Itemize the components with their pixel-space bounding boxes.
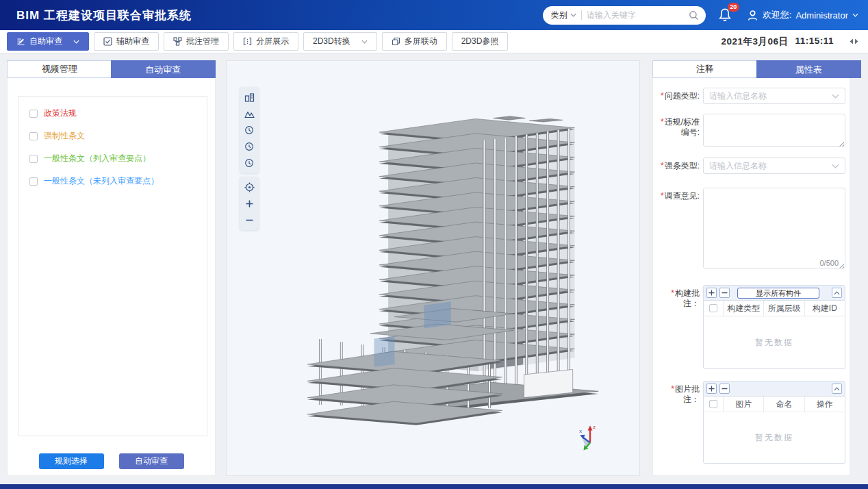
axis-gizmo[interactable]: z x [578, 423, 602, 451]
model-viewer[interactable]: z x [226, 60, 640, 476]
chevron-down-icon [852, 13, 858, 17]
history-clock-icon[interactable] [241, 122, 257, 138]
rule-actions: 规则选择 自动审查 [8, 453, 215, 469]
toolbar-button-multi-screen-link[interactable]: 多屏联动 [382, 32, 447, 51]
terrain-view-icon[interactable] [241, 105, 257, 122]
rule-item-policy[interactable]: 政策法规 [29, 108, 207, 119]
select-all-checkbox[interactable] [709, 304, 717, 312]
chevron-down-icon [832, 94, 839, 99]
viewer-zoom-group [240, 177, 259, 230]
show-all-components-button[interactable]: 显示所有构件 [737, 288, 819, 299]
required-mark: * [661, 117, 664, 127]
datetime-display: 2021年3月06日 11:15:11 [721, 36, 834, 48]
locate-target-icon[interactable] [241, 179, 257, 195]
required-mark: * [671, 288, 674, 298]
rule-panel: 视频管理 自动审查 政策法规 强制性条文 一般性条文（列入审查要点） 一般性条文… [7, 60, 216, 476]
collapse-section-button[interactable] [832, 384, 842, 394]
remove-component-button[interactable] [719, 288, 730, 298]
mandatory-type-label: 强条类型: [665, 161, 700, 171]
tab-video-manage[interactable]: 视频管理 [8, 61, 112, 77]
search-input[interactable] [587, 10, 689, 20]
column-header: 所属层级 [763, 301, 804, 316]
panel-toggle-icon[interactable] [850, 38, 858, 45]
multi-screen-icon [392, 37, 400, 46]
zoom-in-icon[interactable] [241, 195, 257, 212]
required-mark: * [661, 191, 664, 201]
rule-list: 政策法规 强制性条文 一般性条文（列入审查要点） 一般性条文（未列入审查要点） [18, 96, 207, 436]
toolbar-button-label: 2D3D参照 [461, 36, 499, 47]
rule-item-general-listed[interactable]: 一般性条文（列入审查要点） [29, 153, 207, 164]
tab-annotation[interactable]: 注释 [653, 61, 757, 77]
mandatory-type-select[interactable]: 请输入信息名称 [703, 158, 845, 174]
user-icon [747, 10, 758, 21]
global-search-box[interactable]: 类别 [543, 6, 706, 25]
add-component-button[interactable] [706, 288, 717, 298]
bim-building-model[interactable] [298, 109, 600, 438]
toolbar-button-label: 分屏展示 [256, 36, 289, 47]
survey-opinion-input[interactable] [703, 188, 845, 268]
time-text: 11:15:11 [795, 36, 834, 48]
toolbar-button-label: 辅助审查 [116, 36, 149, 47]
issue-type-label: 问题类型: [665, 91, 700, 101]
checkbox-check-icon [103, 37, 112, 46]
column-header: 构建ID [804, 301, 845, 316]
toolbar-button-2d3d-convert[interactable]: 2D3D转换 [303, 32, 377, 51]
user-greeting: 欢迎您: [763, 9, 792, 21]
image-annotation-section: *图片批注： 图片 命名 操作 暂无数据 [657, 381, 845, 464]
rule-item-general-unlisted[interactable]: 一般性条文（未列入审查要点） [29, 175, 207, 187]
rule-checkbox[interactable] [29, 132, 38, 140]
rule-item-mandatory[interactable]: 强制性条文 [29, 130, 207, 142]
history-clock-icon[interactable] [241, 138, 257, 155]
component-table-header: 构建类型 所属层级 构建ID [704, 301, 845, 316]
column-header: 构建类型 [723, 301, 763, 316]
collapse-section-button[interactable] [832, 288, 842, 298]
toolbar-button-label: 多屏联动 [405, 36, 437, 47]
remove-image-button[interactable] [719, 384, 730, 394]
app-title: BIM 工程建设项目联合审批系统 [16, 8, 192, 23]
toolbar-button-label: 2D3D转换 [313, 36, 350, 47]
toolbar-button-annotation-manage[interactable]: 批注管理 [164, 32, 229, 51]
issue-type-select[interactable]: 请输入信息名称 [703, 88, 845, 104]
model-compare-icon[interactable] [241, 89, 257, 105]
required-mark: * [671, 384, 674, 394]
history-clock-icon[interactable] [241, 155, 257, 171]
chevron-up-icon [834, 387, 840, 391]
search-icon[interactable] [689, 10, 699, 21]
chevron-down-icon [361, 40, 368, 44]
notifications-button[interactable]: 20 [718, 8, 732, 23]
rule-label: 强制性条文 [44, 130, 85, 142]
chevron-down-icon [570, 13, 576, 17]
chevron-down-icon [832, 164, 839, 168]
zoom-out-icon[interactable] [241, 212, 257, 228]
tab-property-sheet[interactable]: 属性表 [756, 60, 862, 78]
select-all-checkbox[interactable] [709, 400, 717, 408]
toolbar-button-assist-review[interactable]: 辅助审查 [94, 32, 159, 51]
violation-number-input[interactable] [703, 114, 845, 147]
footer-bar [0, 484, 868, 489]
auto-review-button[interactable]: 自动审查 [119, 453, 184, 469]
rule-checkbox[interactable] [29, 155, 38, 163]
image-table-empty: 暂无数据 [704, 412, 845, 463]
survey-opinion-row: *调查意见: 0/500 [657, 188, 845, 271]
toolbar-button-self-review[interactable]: 自助审查 [7, 32, 89, 51]
rule-select-button[interactable]: 规则选择 [39, 453, 104, 469]
tab-auto-review[interactable]: 自动审查 [111, 60, 216, 78]
rule-checkbox[interactable] [29, 110, 38, 118]
violation-label-line2: 编号: [681, 127, 700, 137]
split-screen-icon [243, 37, 252, 46]
char-counter: 0/500 [819, 259, 839, 267]
violation-label-line1: 违规/标准 [665, 117, 700, 127]
toolbar-button-2d3d-reference[interactable]: 2D3D参照 [452, 32, 509, 51]
search-category-select[interactable]: 类别 [551, 10, 576, 21]
app-header: BIM 工程建设项目联合审批系统 类别 20 欢迎您: Administra [0, 0, 868, 30]
issue-type-row: *问题类型: 请输入信息名称 [657, 88, 845, 104]
viewer-tool-group [240, 87, 259, 173]
toolbar-button-split-screen[interactable]: 分屏展示 [233, 32, 298, 51]
rule-label: 一般性条文（未列入审查要点） [44, 175, 159, 187]
annotation-icon [173, 37, 182, 46]
rule-checkbox[interactable] [29, 177, 38, 186]
right-tabs: 注释 属性表 [652, 60, 861, 78]
rule-label: 政策法规 [44, 108, 77, 119]
user-menu[interactable]: 欢迎您: Administrator [747, 9, 858, 21]
add-image-button[interactable] [706, 384, 717, 394]
